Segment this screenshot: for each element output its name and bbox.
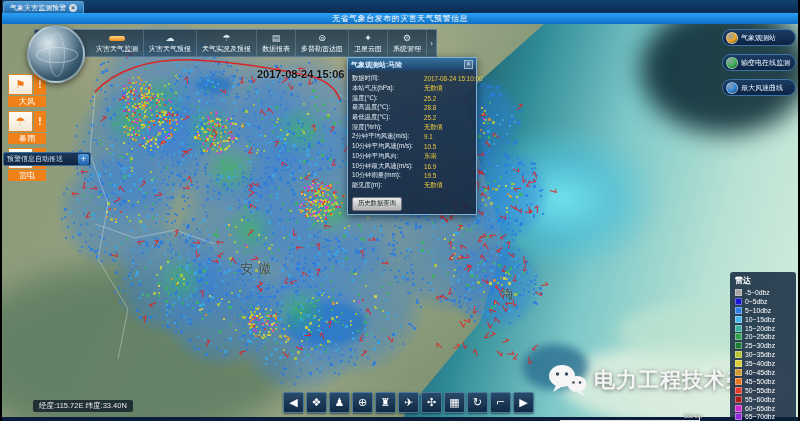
radar-icon: ⊚ — [318, 33, 326, 43]
frame-edge — [0, 0, 2, 421]
toolbar-expander-icon[interactable]: › — [427, 30, 436, 56]
warning-card-top: ☂! — [8, 111, 46, 132]
dialog-row: 10分钟雨量(mm):19.5 — [352, 171, 472, 181]
station-dialog-titlebar[interactable]: 气象观测站:马陵 ✕ — [348, 58, 476, 71]
measure-icon[interactable]: ⌐ — [490, 392, 511, 413]
dialog-row: 10分钟最大风速(m/s):16.9 — [352, 161, 472, 171]
quick-button-3[interactable]: 最大风速曲线 — [722, 79, 796, 96]
warning-card-label: 暴雨 — [8, 133, 46, 144]
substation-icon[interactable]: ♜ — [375, 392, 396, 413]
push-add-icon[interactable]: + — [78, 154, 89, 165]
legend-row: 65~70dbz — [735, 412, 792, 421]
warning-symbol-icon: ☂ — [8, 111, 33, 132]
quick-button-icon — [726, 57, 738, 69]
dialog-row-label: 2分钟平均风速(m/s): — [352, 132, 409, 141]
quick-button-label: 气象观测站 — [741, 33, 776, 43]
pan-left-icon[interactable]: ◀ — [283, 392, 304, 413]
tab-close-icon[interactable]: ✕ — [69, 4, 77, 12]
dialog-row: 2分钟平均风速(m/s):9.1 — [352, 132, 472, 142]
dialog-row-label: 数据时间: — [352, 74, 379, 83]
legend-row: 15~20dbz — [735, 324, 792, 333]
dialog-row-label: 湿度(%rh): — [352, 123, 382, 132]
dialog-row-label: 最低温度(℃): — [352, 113, 390, 122]
dialog-row: 10分钟平均风向:东南 — [352, 152, 472, 162]
toolbar-item-label: 卫星云图 — [354, 44, 382, 54]
quick-button-icon — [726, 32, 738, 44]
layers-icon[interactable]: ❖ — [306, 392, 327, 413]
wind-monitor-icon — [109, 36, 125, 41]
dialog-row-label: 10分钟雨量(mm): — [352, 171, 401, 180]
dialog-row-value: 无数值 — [424, 181, 443, 190]
legend-label: 15~20dbz — [745, 325, 775, 332]
warning-card-2[interactable]: ☂!暴雨 — [8, 111, 46, 144]
dialog-close-icon[interactable]: ✕ — [464, 60, 473, 69]
dialog-row: 本站气压(hPa):无数值 — [352, 84, 472, 94]
legend-label: 10~15dbz — [745, 316, 775, 323]
top-toolbar: 灾害天气监测☁灾害天气预报☂天气实况及预报▤数据报表⊚多普勒雷达图✦卫星云图⚙系… — [34, 29, 437, 57]
dialog-row-label: 温度(℃): — [352, 94, 378, 103]
dialog-row-value: 16.9 — [424, 163, 436, 170]
legend-row: 0~5dbz — [735, 297, 792, 306]
lake — [522, 344, 588, 390]
globe-icon[interactable]: ⊕ — [352, 392, 373, 413]
legend-swatch — [735, 396, 742, 403]
plane-icon[interactable]: ✈ — [398, 392, 419, 413]
dialog-row-value: 28.8 — [424, 104, 436, 111]
top-toolbar-items: 灾害天气监测☁灾害天气预报☂天气实况及预报▤数据报表⊚多普勒雷达图✦卫星云图⚙系… — [91, 30, 427, 56]
toolbar-item-6[interactable]: ✦卫星云图 — [349, 30, 388, 56]
station-dialog-rows: 数据时间:2017-08-24 15:10:00本站气压(hPa):无数值温度(… — [348, 71, 476, 191]
dialog-row: 湿度(%rh):无数值 — [352, 122, 472, 132]
dialog-row: 最高温度(℃):28.8 — [352, 103, 472, 113]
dialog-row-value: 东南 — [424, 152, 437, 161]
app-tab[interactable]: 气象灾害监测预警 ✕ — [3, 1, 84, 13]
dialog-row-value: 9.1 — [424, 133, 433, 140]
push-bar-label: 预警信息自动推送 — [4, 154, 78, 164]
lake — [286, 302, 366, 346]
vehicle-icon[interactable]: ▦ — [444, 392, 465, 413]
legend-swatch — [735, 369, 742, 376]
quick-button-2[interactable]: 输变电在线监测 — [722, 54, 796, 71]
push-bar[interactable]: 预警信息自动推送 + — [3, 152, 91, 166]
history-query-button[interactable]: 历史数据查询 — [352, 197, 402, 211]
legend-label: 0~5dbz — [745, 298, 768, 305]
dialog-row: 数据时间:2017-08-24 15:10:00 — [352, 74, 472, 84]
legend-label: 25~30dbz — [745, 342, 775, 349]
satellite-icon: ✦ — [364, 33, 372, 43]
legend-swatch — [735, 405, 742, 412]
legend-row: 10~15dbz — [735, 315, 792, 324]
pan-right-icon[interactable]: ▶ — [513, 392, 534, 413]
legend-label: 45~50dbz — [745, 378, 775, 385]
toolbar-item-4[interactable]: ▤数据报表 — [257, 30, 296, 56]
wind-turbine-icon[interactable]: ✣ — [421, 392, 442, 413]
toolbar-item-1[interactable]: 灾害天气监测 — [91, 30, 144, 56]
legend-swatch — [735, 298, 742, 305]
station-dialog-title: 气象观测站:马陵 — [351, 60, 464, 70]
dialog-row-value: 10.5 — [424, 143, 436, 150]
dialog-row-value: 无数值 — [424, 84, 443, 93]
dialog-row-value: 2017-08-24 15:10:00 — [424, 75, 482, 82]
toolbar-item-3[interactable]: ☂天气实况及预报 — [197, 30, 257, 56]
legend-row: 30~35dbz — [735, 350, 792, 359]
legend-swatch — [735, 342, 742, 349]
legend-label: 5~10dbz — [745, 307, 771, 314]
legend-label: 60~65dbz — [745, 405, 775, 412]
radar-timestamp: 2017-08-24 15:06 — [257, 68, 344, 80]
coastal-swirl — [462, 124, 662, 274]
dialog-row: 10分钟平均风速(m/s):10.5 — [352, 142, 472, 152]
quick-button-1[interactable]: 气象观测站 — [722, 29, 796, 46]
frame-edge — [0, 417, 800, 421]
warning-card-label: 大风 — [8, 96, 46, 107]
legend-swatch — [735, 413, 742, 420]
dialog-row-label: 本站气压(hPa): — [352, 84, 394, 93]
legend-label: 20~25dbz — [745, 333, 775, 340]
toolbar-item-5[interactable]: ⊚多普勒雷达图 — [296, 30, 349, 56]
toolbar-item-2[interactable]: ☁灾害天气预报 — [144, 30, 197, 56]
dialog-row-label: 10分钟最大风速(m/s): — [352, 162, 413, 171]
quick-button-icon — [726, 82, 738, 94]
legend-row: 45~50dbz — [735, 377, 792, 386]
quick-button-label: 最大风速曲线 — [741, 83, 783, 93]
toolbar-item-7[interactable]: ⚙系统管理 — [388, 30, 427, 56]
refresh-icon[interactable]: ↻ — [467, 392, 488, 413]
toolbar-item-label: 灾害天气监测 — [96, 44, 138, 54]
person-locate-icon[interactable]: ♟ — [329, 392, 350, 413]
